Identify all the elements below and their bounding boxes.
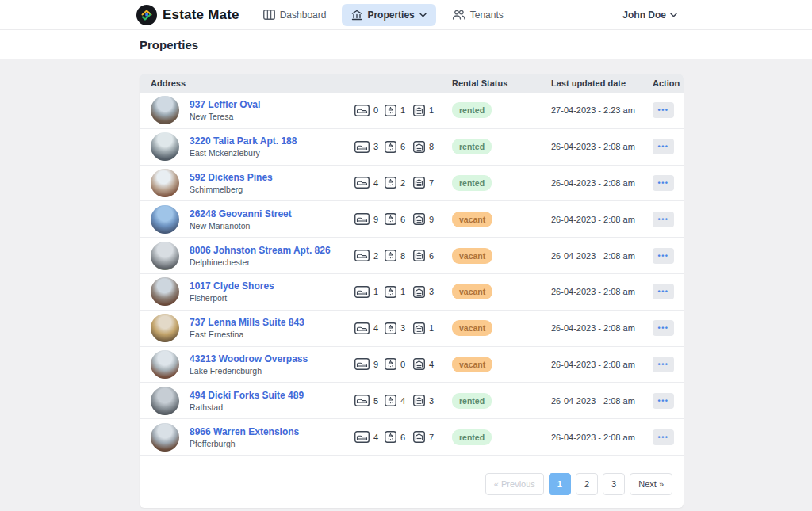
bedrooms-count: 4 (373, 178, 378, 188)
property-city: Pfefferburgh (190, 439, 299, 448)
property-address-link[interactable]: 1017 Clyde Shores (190, 280, 274, 292)
nav-item-dashboard[interactable]: Dashboard (254, 4, 336, 26)
shower-icon (385, 322, 396, 334)
status-badge: rented (452, 429, 492, 445)
property-address-link[interactable]: 937 Leffler Oval (190, 99, 260, 110)
rental-status-cell: rented (452, 429, 551, 445)
action-cell: ••• (653, 175, 674, 191)
garage-icon (413, 250, 425, 261)
pagination-next-button[interactable]: Next » (630, 473, 672, 495)
action-cell: ••• (653, 284, 674, 299)
status-badge: rented (452, 175, 492, 191)
column-header-action: Action (653, 78, 680, 88)
property-photo (151, 423, 179, 452)
action-cell: ••• (653, 248, 674, 264)
property-city: Lake Fredericburgh (190, 366, 308, 376)
bed-icon (354, 213, 370, 225)
action-cell: ••• (653, 429, 674, 445)
status-badge: rented (452, 102, 492, 118)
rental-status-cell: vacant (452, 357, 551, 372)
bedrooms-cell: 9 (354, 358, 385, 370)
address-cell: 26248 Geovanni Street New Marianoton (151, 205, 354, 234)
property-city: East Ernestina (190, 330, 304, 339)
row-actions-button[interactable]: ••• (653, 175, 674, 191)
row-actions-button[interactable]: ••• (653, 357, 674, 372)
garages-count: 3 (429, 396, 434, 406)
address-text: 494 Dicki Forks Suite 489 Rathstad (190, 390, 304, 412)
pagination-page-2-button[interactable]: 2 (576, 473, 598, 495)
bedrooms-cell: 2 (354, 250, 385, 261)
pagination-page-1-button[interactable]: 1 (549, 473, 571, 495)
rental-status-cell: rented (452, 393, 551, 409)
garages-count: 1 (429, 105, 434, 115)
row-actions-button[interactable]: ••• (653, 102, 674, 118)
property-address-link[interactable]: 3220 Talia Park Apt. 188 (190, 135, 297, 147)
shower-icon (385, 286, 396, 298)
property-city: East Mckenziebury (190, 148, 297, 158)
property-photo (151, 314, 179, 342)
bedrooms-count: 0 (373, 105, 378, 115)
bed-icon (354, 105, 370, 116)
row-actions-button[interactable]: ••• (653, 320, 674, 336)
address-text: 26248 Geovanni Street New Marianoton (190, 208, 292, 231)
nav-item-properties[interactable]: Properties (342, 4, 435, 26)
user-menu[interactable]: John Doe (622, 10, 677, 21)
garage-icon (413, 431, 425, 443)
pagination-page-3-button[interactable]: 3 (603, 473, 625, 495)
action-cell: ••• (653, 320, 674, 336)
row-actions-button[interactable]: ••• (653, 393, 674, 409)
property-address-link[interactable]: 43213 Woodrow Overpass (190, 353, 308, 364)
garages-cell: 1 (413, 105, 452, 116)
bathrooms-cell: 0 (385, 358, 413, 370)
bedrooms-count: 4 (373, 433, 378, 442)
brand[interactable]: Estate Mate (136, 5, 239, 25)
bathrooms-cell: 1 (385, 105, 413, 116)
shower-icon (385, 431, 396, 443)
property-address-link[interactable]: 26248 Geovanni Street (190, 208, 292, 219)
row-actions-button[interactable]: ••• (653, 139, 674, 154)
property-address-link[interactable]: 8006 Johnston Stream Apt. 826 (190, 245, 331, 256)
address-cell: 3220 Talia Park Apt. 188 East Mckenziebu… (151, 132, 354, 161)
row-actions-button[interactable]: ••• (653, 248, 674, 264)
row-actions-button[interactable]: ••• (653, 429, 674, 445)
table-body: 937 Leffler Oval New Teresa 0 1 1 rented… (140, 93, 684, 456)
property-city: Schimmelberg (190, 185, 273, 194)
row-actions-button[interactable]: ••• (653, 284, 674, 299)
bedrooms-cell: 9 (354, 213, 385, 225)
bathrooms-count: 6 (400, 142, 405, 151)
garage-icon (413, 105, 425, 116)
bedrooms-cell: 4 (354, 177, 385, 189)
last-updated-date: 26-04-2023 - 2:08 am (551, 433, 653, 442)
table-row: 43213 Woodrow Overpass Lake Fredericburg… (140, 347, 684, 383)
top-navigation: Estate Mate Dashboard Properties Tenants… (0, 0, 812, 30)
property-address-link[interactable]: 737 Lenna Mills Suite 843 (190, 317, 304, 328)
address-cell: 737 Lenna Mills Suite 843 East Ernestina (151, 314, 354, 342)
bed-icon (354, 177, 370, 189)
property-address-link[interactable]: 592 Dickens Pines (190, 172, 273, 183)
action-cell: ••• (653, 102, 674, 118)
status-badge: rented (452, 393, 492, 409)
address-text: 937 Leffler Oval New Teresa (190, 99, 260, 121)
shower-icon (385, 250, 396, 261)
property-address-link[interactable]: 8966 Warren Extensions (190, 426, 299, 437)
status-badge: vacant (452, 248, 492, 264)
garages-count: 3 (429, 287, 434, 296)
pagination-previous-button[interactable]: « Previous (485, 473, 544, 495)
status-badge: vacant (452, 212, 492, 227)
bedrooms-cell: 0 (354, 105, 385, 116)
nav-item-tenants[interactable]: Tenants (442, 4, 513, 26)
last-updated-date: 26-04-2023 - 2:08 am (551, 323, 653, 333)
bathrooms-count: 3 (400, 323, 405, 333)
page-title: Properties (140, 38, 198, 51)
bed-icon (354, 250, 370, 261)
bedrooms-count: 3 (373, 142, 378, 151)
garages-count: 9 (429, 215, 434, 224)
action-cell: ••• (653, 212, 674, 227)
garage-icon (413, 395, 425, 406)
row-actions-button[interactable]: ••• (653, 212, 674, 227)
property-address-link[interactable]: 494 Dicki Forks Suite 489 (190, 390, 304, 401)
status-badge: rented (452, 139, 492, 154)
column-header-rental-status: Rental Status (452, 78, 551, 88)
property-photo (151, 350, 179, 379)
garage-icon (413, 177, 425, 189)
